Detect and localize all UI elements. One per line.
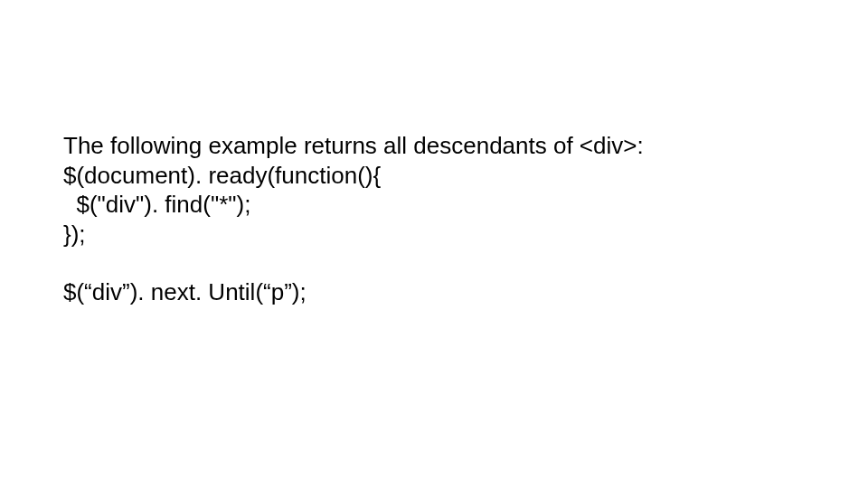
intro-text: The following example returns all descen… (63, 131, 805, 161)
slide-content: The following example returns all descen… (0, 0, 868, 488)
extra-block: $(“div”). next. Until(“p”); (63, 277, 805, 307)
code-line-3: }); (63, 220, 805, 249)
code-line-1: $(document). ready(function(){ (63, 161, 805, 191)
code-line-2: $("div"). find("*"); (63, 190, 805, 220)
extra-code-line: $(“div”). next. Until(“p”); (63, 277, 805, 307)
intro-block: The following example returns all descen… (63, 131, 805, 249)
